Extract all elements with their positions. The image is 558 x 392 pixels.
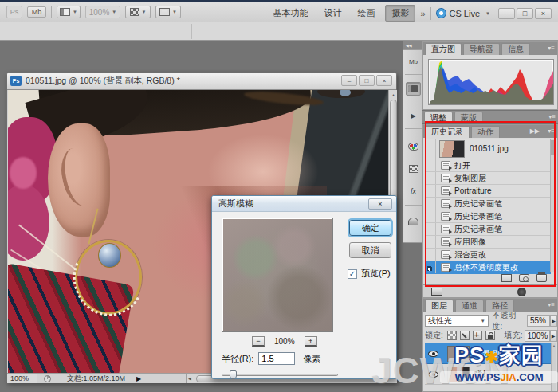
scroll-left-icon[interactable]: ◀ xyxy=(188,376,191,381)
panel-menu-icon[interactable]: ▾≡ xyxy=(548,301,555,308)
ps-file-icon: Ps xyxy=(10,76,22,86)
expand-dock-icon[interactable]: ◀◀ xyxy=(406,43,412,48)
lock-all-icon[interactable] xyxy=(485,331,495,340)
radius-label: 半径(R): xyxy=(222,353,253,365)
strip-divider xyxy=(405,74,422,75)
effects-panel-icon[interactable]: fx xyxy=(406,184,421,198)
psjia-logo-watermark: PS✱家园 WWW.PSJIA.COM xyxy=(440,341,558,392)
tab-histogram[interactable]: 直方图 xyxy=(425,43,462,55)
tab-layers[interactable]: 图层 xyxy=(425,300,454,312)
doc-restore-button[interactable]: □ xyxy=(359,75,375,86)
dialog-close-button[interactable]: × xyxy=(368,198,392,210)
workspace-photography[interactable]: 摄影 xyxy=(385,5,415,22)
scroll-up-button[interactable]: ▲ xyxy=(389,90,398,99)
document-title-bar[interactable]: Ps 010511.jpg @ 100% (背景 副本, RGB/8) * – … xyxy=(7,73,396,90)
mini-bridge-button[interactable]: Mb xyxy=(27,6,46,18)
radius-input[interactable] xyxy=(258,352,295,365)
minimize-button[interactable]: – xyxy=(498,8,515,19)
blur-preview-box[interactable] xyxy=(222,218,333,332)
workspace-overflow-icon[interactable]: » xyxy=(420,9,425,18)
panel-menu-icon[interactable]: ▾≡ xyxy=(548,113,556,120)
status-zoom-field[interactable]: 100% xyxy=(7,374,37,383)
cs-live-button[interactable]: CS Live ▼ xyxy=(436,8,490,18)
tab-info[interactable]: 信息 xyxy=(501,43,530,55)
actions-panel-icon[interactable]: ▶ xyxy=(406,109,421,123)
panel-menu-icon[interactable]: ▾≡ xyxy=(548,45,555,52)
radius-unit-label: 像素 xyxy=(303,353,320,365)
slider-handle[interactable] xyxy=(230,370,237,379)
close-icon: × xyxy=(383,77,387,84)
arrange-documents-button[interactable]: ▼ xyxy=(57,6,81,18)
screen-mode-icon xyxy=(159,8,170,16)
slider-track[interactable] xyxy=(222,374,338,376)
chevron-down-icon: ▼ xyxy=(481,319,485,323)
opacity-value: 55% xyxy=(530,316,546,325)
zoom-in-button[interactable]: + xyxy=(305,336,317,347)
round-panel-icon[interactable] xyxy=(517,288,526,296)
lock-row: 锁定: 填充: 100% ▶ xyxy=(425,329,557,342)
blend-mode-select[interactable]: 线性光 ▼ xyxy=(425,315,489,327)
mini-bridge-panel-icon[interactable]: Mb xyxy=(406,55,421,69)
dialog-title-bar[interactable]: 高斯模糊 × xyxy=(212,196,396,212)
doc-minimize-button[interactable]: – xyxy=(341,75,357,86)
cancel-button-label: 取消 xyxy=(362,245,379,257)
swatches-panel-icon[interactable] xyxy=(406,139,421,153)
minimize-icon: – xyxy=(505,10,509,18)
chevron-down-icon: ▼ xyxy=(172,10,177,14)
stepper-arrow-icon: ▶ xyxy=(552,318,556,323)
zoom-level-button[interactable]: 100% ▼ xyxy=(85,6,120,18)
lock-position-icon[interactable] xyxy=(473,331,482,340)
workspace-painting[interactable]: 绘画 xyxy=(352,6,380,21)
panel-icon-strip: Mb ▶ fx xyxy=(403,49,422,243)
opacity-stepper[interactable]: ▶ xyxy=(550,315,557,327)
opacity-field[interactable]: 55% xyxy=(527,315,550,327)
restore-button[interactable]: □ xyxy=(517,8,533,19)
url-part: JIA xyxy=(500,371,516,383)
minus-icon: − xyxy=(256,337,260,345)
gaussian-blur-dialog[interactable]: 高斯模糊 × 确定 取消 ✓ 预览(P) − 100% + 半径(R): 像素 xyxy=(211,195,397,379)
layers-tab-bar: 图层 通道 路径 ▾≡ xyxy=(423,299,557,312)
mini-bridge-icon-label: Mb xyxy=(409,58,418,65)
ps-file-icon-label: Ps xyxy=(13,78,20,84)
histogram-display xyxy=(428,59,554,105)
close-button[interactable]: × xyxy=(535,8,552,19)
fill-field[interactable]: 100% xyxy=(525,330,550,342)
expanded-view-icon[interactable] xyxy=(431,288,442,296)
styles-panel-icon[interactable] xyxy=(406,162,421,175)
minimize-icon: – xyxy=(348,77,351,84)
extensions-button[interactable]: ▼ xyxy=(125,6,151,18)
lock-label: 锁定: xyxy=(425,330,443,341)
tab-navigator[interactable]: 导航器 xyxy=(463,43,500,55)
dialog-title: 高斯模糊 xyxy=(218,198,253,210)
preview-checkbox-label: 预览(P) xyxy=(361,268,391,280)
fill-stepper[interactable]: ▶ xyxy=(550,330,557,342)
star-icon: ✱ xyxy=(485,348,499,366)
status-popup-arrow-icon[interactable]: ▶ xyxy=(136,375,141,382)
blend-mode-value: 线性光 xyxy=(428,316,452,327)
doc-close-button[interactable]: × xyxy=(376,75,392,86)
radius-slider[interactable] xyxy=(222,370,338,378)
cancel-button[interactable]: 取消 xyxy=(349,242,391,258)
lock-pixels-icon[interactable] xyxy=(460,331,470,340)
chevron-down-icon: ▼ xyxy=(73,10,77,14)
preview-checkbox[interactable]: ✓ xyxy=(348,269,357,279)
grid-icon xyxy=(130,8,140,16)
check-icon: ✓ xyxy=(349,269,356,278)
preview-zoom-controls: − 100% + xyxy=(252,335,340,347)
camera-panel-icon[interactable] xyxy=(406,82,421,96)
workspace-essentials[interactable]: 基本功能 xyxy=(267,6,313,21)
workspace-design[interactable]: 设计 xyxy=(318,6,347,21)
chevron-down-icon: ▼ xyxy=(142,10,147,14)
zoom-out-button[interactable]: − xyxy=(252,336,265,347)
clone-source-panel-icon[interactable] xyxy=(406,214,421,228)
histogram-panel: 直方图 导航器 信息 ▾≡ xyxy=(422,41,558,110)
stepper-arrow-icon: ▶ xyxy=(552,333,556,339)
close-icon: × xyxy=(378,200,382,208)
tab-channels[interactable]: 通道 xyxy=(455,300,484,312)
lock-transparency-icon[interactable] xyxy=(447,331,457,340)
screen-mode-button[interactable]: ▼ xyxy=(155,6,181,18)
ok-button[interactable]: 确定 xyxy=(349,220,391,236)
ps-app-icon-label: Ps xyxy=(10,8,19,16)
ps-app-icon[interactable]: Ps xyxy=(6,6,22,18)
camera-icon xyxy=(408,85,418,92)
